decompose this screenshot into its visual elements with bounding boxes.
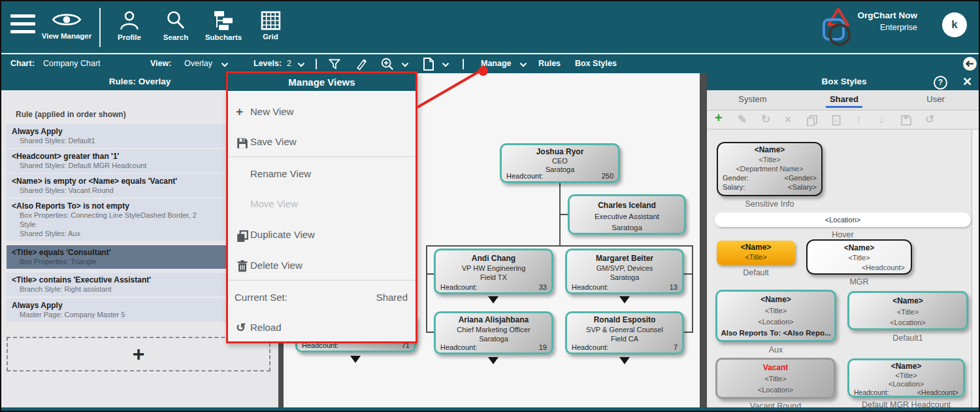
expand-triangle[interactable] [619,357,630,364]
redo-icon[interactable]: ↺ [925,112,934,127]
connector-line [426,245,693,247]
tab-system[interactable]: System [713,94,792,104]
user-avatar[interactable]: k [942,12,967,37]
menu-item-move-view[interactable]: Move View [228,195,416,215]
org-box[interactable]: Ariana Alisjahbana Chief Marketing Offic… [434,311,553,354]
nav-grid[interactable]: Grid [255,9,286,41]
org-box-ceo[interactable]: Joshua Ryor CEO Saratoga Headcount: 250 [500,143,620,183]
manage-views-title: Manage Views [228,73,416,91]
plus-icon: + [133,342,145,366]
pencil-icon[interactable]: ✎ [738,112,747,127]
box-styles-button[interactable]: Box Styles [575,54,617,73]
top-toolbar: View Manager Profile Search S [1,1,979,53]
chevron-down-icon[interactable] [442,62,449,67]
menu-divider [228,280,416,281]
funnel-icon[interactable] [328,58,341,71]
paste-style-icon[interactable]: A [830,114,842,126]
expand-triangle[interactable] [619,296,630,303]
up-icon[interactable]: ↑ [856,112,862,127]
highlighter-icon[interactable] [355,58,368,71]
hamburger-icon [10,14,35,18]
menu-item-rename-view[interactable]: Rename View [228,165,416,184]
panel-divider[interactable] [700,73,707,407]
style-sample-hover[interactable]: <Location> [715,213,971,227]
close-icon[interactable]: ✕ [962,75,972,89]
org-box[interactable]: Andi Chang VP HW Engineering Field TX He… [434,249,553,294]
expand-triangle[interactable] [488,357,498,364]
org-box[interactable]: Margaret Beiter GM/SVP, Devices Saratoga… [565,249,684,294]
menu-divider [228,156,416,157]
menu-item-save-view[interactable]: Save View [228,133,416,152]
orgchart-logo [819,7,860,47]
view-value-dropdown[interactable]: Overlay [184,54,212,73]
box-styles-toolbar: + ✎ ↻ × A ↑ ↓ ↺ [707,111,980,129]
menu-item-new-view[interactable]: + New View [228,103,416,122]
chart-label: Chart: [10,54,35,73]
chart-name-value[interactable]: Company Chart [43,54,101,73]
nav-view-manager[interactable]: View Manager [41,10,93,40]
rules-list-header: Rule (applied in order shown) [16,110,126,119]
zoom-in-icon[interactable] [380,57,395,71]
style-sample-vacant-round[interactable]: Vacant <Title> <Location> [715,358,836,399]
nav-label: Search [158,33,193,41]
active-tab-underline [826,106,862,108]
copy-icon [236,230,249,243]
style-sample-mgr[interactable]: <Name> <Title> <Headcount> [806,239,912,275]
copy-icon[interactable] [806,114,818,126]
style-sample-default[interactable]: <Name> <Title> [717,241,795,265]
current-set-row: Current Set: Shared [228,288,416,308]
nav-search[interactable]: Search [158,9,193,41]
style-caption: MGR [806,277,912,286]
save-icon[interactable] [900,114,912,126]
sync-icon[interactable]: ↻ [761,112,770,127]
nav-label: View Manager [41,32,93,40]
chevron-down-icon[interactable] [401,62,409,67]
styles-scrollbar[interactable] [972,129,980,407]
toolbar-separator [99,8,101,47]
rules-button[interactable]: Rules [538,54,561,73]
levels-label: Levels: [253,54,282,73]
chevron-down-icon[interactable] [221,62,229,67]
trash-icon [236,260,249,273]
menu-item-duplicate-view[interactable]: Duplicate View [228,226,416,245]
back-button[interactable] [963,57,977,71]
box-styles-tabs: System Shared User [707,90,980,111]
document-icon[interactable] [422,57,435,71]
style-sample-default1[interactable]: <Name> <Title> <Location> [847,291,968,330]
back-icon [966,60,974,67]
hamburger-menu-button[interactable] [10,14,35,33]
headcount-value: 19 [539,343,547,351]
style-caption: Sensitive Info [717,199,823,209]
box-styles-panel: Box Styles ? ✕ System Shared User + ✎ ↻ … [707,73,980,407]
style-sample-aux[interactable]: <Name> <Title> <Location> Also Reports T… [715,290,836,342]
nav-profile[interactable]: Profile [112,9,146,41]
tab-shared[interactable]: Shared [805,94,883,108]
headcount-label: Headcount: [440,343,477,351]
org-box-assistant[interactable]: Charles Iceland Executive Assistant Sara… [568,194,686,235]
down-icon[interactable]: ↓ [879,112,885,127]
menu-item-reload[interactable]: ↺ Reload [228,318,416,338]
style-caption: Aux [715,345,836,354]
expand-triangle[interactable] [488,296,498,303]
menu-item-delete-view[interactable]: Delete View [228,256,416,276]
headcount-value: 250 [602,172,613,180]
delete-x-icon[interactable]: × [785,112,791,127]
help-icon[interactable]: ? [934,76,947,90]
reload-icon: ↺ [236,321,249,334]
eye-icon [52,10,82,29]
nav-label: Grid [255,33,286,41]
expand-triangle[interactable] [350,356,361,363]
chevron-down-icon[interactable] [297,62,305,67]
headcount-label: Headcount: [572,343,608,351]
current-set-value: Shared [376,292,408,303]
chevron-down-icon[interactable] [519,62,527,67]
style-sample-default-mgr-headcount[interactable]: <Name> <Title> <Location> Headcount: <He… [847,358,965,398]
style-sample-sensitive[interactable]: <Name> <Title> <Department Name> Gender:… [717,142,823,196]
add-style-icon[interactable]: + [715,111,723,125]
org-box[interactable]: Ronald Esposito SVP & General Counsel Fi… [565,311,684,354]
annotation-dot [478,66,488,76]
tab-user[interactable]: User [896,94,975,104]
connector-line [683,273,693,275]
levels-value-dropdown[interactable]: 2 [287,54,291,73]
nav-subcharts[interactable]: Subcharts [203,9,244,41]
